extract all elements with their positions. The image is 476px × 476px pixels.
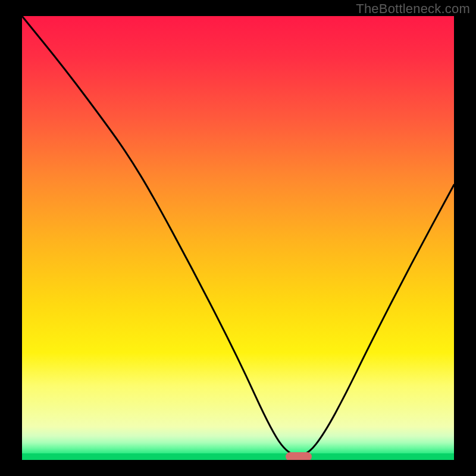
bottleneck-curve: [22, 16, 454, 460]
plot-area: [22, 16, 454, 460]
chart-frame: TheBottleneck.com: [0, 0, 476, 476]
watermark-text: TheBottleneck.com: [356, 1, 470, 17]
curve-path: [22, 16, 454, 456]
minimum-marker: [286, 452, 312, 460]
